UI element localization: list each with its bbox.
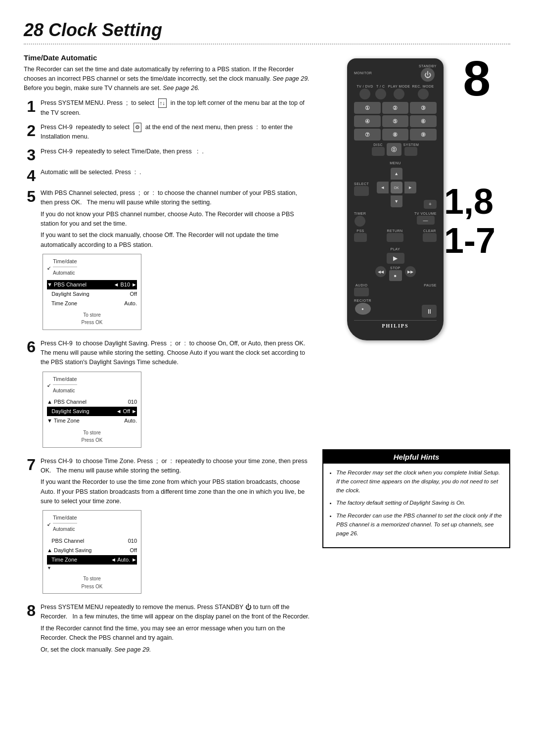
rew-btn[interactable]: ◀◀ — [375, 266, 386, 277]
rec-otr-btn[interactable]: ● — [355, 303, 371, 315]
step-content-2: Press CH-9 repeatedly to select ⚙ at the… — [41, 123, 311, 142]
stop-label: STOP — [390, 266, 400, 270]
num-3-btn[interactable]: ③ — [410, 102, 437, 114]
step-num-4: 4 — [24, 168, 36, 184]
step-num-2: 2 — [24, 123, 36, 139]
step-content-8: Press SYSTEM MENU repeatedly to remove t… — [41, 603, 311, 657]
tv-volume-btn[interactable]: — — [417, 216, 435, 225]
play-btn[interactable]: ▶ — [387, 253, 404, 264]
menu-footer-7: To storePress OK — [47, 575, 137, 590]
big-number-8: 8 — [463, 53, 490, 103]
menu-footer-6: To storePress OK — [47, 429, 137, 444]
steps-list: 1 Press SYSTEM MENU. Press ; to select ↑… — [24, 98, 311, 657]
return-label: RETURN — [387, 229, 402, 233]
audio-label: AUDIO — [356, 284, 368, 287]
remote-standby-btn[interactable]: ⏻ — [421, 68, 435, 82]
play-mode-btn[interactable] — [394, 89, 404, 99]
select-btn[interactable] — [354, 186, 369, 196]
menu-box-step5: ↙ Time/date Automatic ▼ PBS Channel◄ B10… — [43, 254, 141, 330]
audio-rec-row: AUDIO PAUSE — [354, 284, 437, 296]
num-1-btn[interactable]: ① — [354, 102, 381, 114]
play-row: ▶ — [354, 253, 437, 264]
page-title: 28 Clock Setting — [24, 20, 510, 41]
section-heading: Time/Date Automatic — [24, 53, 311, 62]
tv-dvd-btn[interactable] — [359, 89, 370, 99]
intro-text: The Recorder can set the time and date a… — [24, 65, 311, 93]
fwd-btn[interactable]: ▶▶ — [405, 266, 416, 277]
step-content-1: Press SYSTEM MENU. Press ; to select ↑↓ … — [41, 98, 311, 118]
nav-ok-btn[interactable]: OK — [391, 182, 402, 193]
tv-dvd-label: TV / DVD — [356, 85, 373, 88]
nav-down-btn[interactable]: ▼ — [391, 195, 402, 207]
num-2-btn[interactable]: ② — [382, 102, 409, 114]
step-num-5: 5 — [24, 189, 36, 204]
right-column: 8 MONITOR STANDBY ⏻ TV / DVD — [322, 53, 510, 662]
menu-label: MENU — [390, 161, 401, 165]
step-1: 1 Press SYSTEM MENU. Press ; to select ↑… — [24, 98, 311, 118]
nav-right-btn[interactable]: ► — [404, 182, 416, 193]
rec-mode-label: REC. MODE — [412, 85, 434, 88]
pause-label: PAUSE — [424, 284, 437, 287]
remote-divider — [354, 320, 437, 321]
num-7-btn[interactable]: ⑦ — [354, 129, 381, 141]
main-layout: Time/Date Automatic The Recorder can set… — [24, 53, 510, 662]
pss-label: PSS — [356, 229, 364, 233]
transport-row: ◀◀ STOP ■ ▶▶ — [354, 266, 437, 281]
nav-cross: ▲ ◄ OK ► ▼ — [377, 168, 416, 207]
num-5-btn[interactable]: ⑤ — [382, 115, 409, 127]
nav-up-btn[interactable]: ▲ — [391, 168, 402, 180]
remote-monitor-label: MONITOR — [354, 71, 372, 75]
ch-plus-btn[interactable]: + — [424, 200, 437, 209]
select-label: SELECT — [354, 182, 369, 186]
menu-footer-5: To storePress OK — [47, 311, 137, 327]
rec-mode-btn[interactable] — [418, 89, 429, 99]
step-content-3: Press CH-9 repeatedly to select Time/Dat… — [41, 147, 311, 156]
remote-wrapper: 8 MONITOR STANDBY ⏻ TV / DVD — [347, 53, 486, 340]
disc-btn[interactable] — [372, 147, 385, 156]
hints-list: The Recorder may set the clock when you … — [329, 469, 503, 538]
tc-label: T / C — [376, 85, 385, 88]
step-3: 3 Press CH-9 repeatedly to select Time/D… — [24, 147, 311, 163]
remote-mode-row: TV / DVD T / C PLAY MODE REC. MODE — [354, 85, 437, 99]
clear-btn[interactable] — [423, 233, 437, 242]
step-content-5: With PBS Channel selected, press ; or : … — [41, 189, 311, 334]
philips-logo: PHILIPS — [354, 323, 437, 329]
num-9-btn[interactable]: ⑨ — [410, 129, 437, 141]
menu-row-daylight-5: Daylight SavingOff — [47, 289, 137, 299]
nav-row: SELECT ▲ ◄ OK ► ▼ + — [354, 168, 437, 210]
system-label: SYSTEM — [403, 143, 419, 146]
step-5: 5 With PBS Channel selected, press ; or … — [24, 189, 311, 334]
disc-0-sys-row: DISC ⓪ SYSTEM — [354, 143, 437, 156]
step-4: 4 Automatic will be selected. Press : . — [24, 168, 311, 184]
step-num-7: 7 — [24, 457, 36, 472]
num-6-btn[interactable]: ⑥ — [410, 115, 437, 127]
num-0-btn[interactable]: ⓪ — [387, 143, 401, 156]
timer-row: TIMER TV VOLUME — — [354, 212, 437, 227]
step-6: 6 Press CH-9 to choose Daylight Saving. … — [24, 339, 311, 452]
system-btn[interactable] — [404, 147, 417, 156]
audio-btn[interactable] — [354, 287, 369, 296]
timer-label: TIMER — [354, 212, 366, 215]
timer-btn[interactable] — [355, 216, 365, 227]
pss-btn[interactable] — [354, 233, 367, 242]
step-content-4: Automatic will be selected. Press : . — [41, 168, 311, 177]
left-column: Time/Date Automatic The Recorder can set… — [24, 53, 311, 662]
disc-label: DISC — [373, 143, 383, 146]
menu-row-daylight-7: ▲ Daylight SavingOff — [47, 546, 137, 555]
pause-btn[interactable]: ⏸ — [422, 305, 437, 318]
helpful-hints-box: Helpful Hints The Recorder may set the c… — [322, 449, 510, 548]
menu-row-pbs-channel-6: ▲ PBS Channel010 — [47, 397, 137, 407]
return-btn[interactable] — [387, 233, 403, 242]
tc-btn[interactable] — [375, 89, 386, 99]
remote-standby-label: STANDBY — [419, 64, 437, 68]
menu-row-daylight-6: Daylight Saving◄ Off ► — [47, 407, 137, 416]
menu-box-step6: ↙ Time/date Automatic ▲ PBS Channel010 — [43, 372, 141, 448]
num-4-btn[interactable]: ④ — [354, 115, 381, 127]
stop-btn[interactable]: ■ — [389, 270, 402, 281]
step-num-6: 6 — [24, 339, 36, 355]
num-8-btn[interactable]: ⑧ — [382, 129, 409, 141]
menu-row-timezone-5: Time ZoneAuto. — [47, 299, 137, 308]
nav-left-btn[interactable]: ◄ — [377, 182, 389, 193]
menu-row-timezone-7: Time Zone◄ Auto. ► — [47, 555, 137, 565]
tv-volume-label: TV VOLUME — [414, 212, 437, 215]
